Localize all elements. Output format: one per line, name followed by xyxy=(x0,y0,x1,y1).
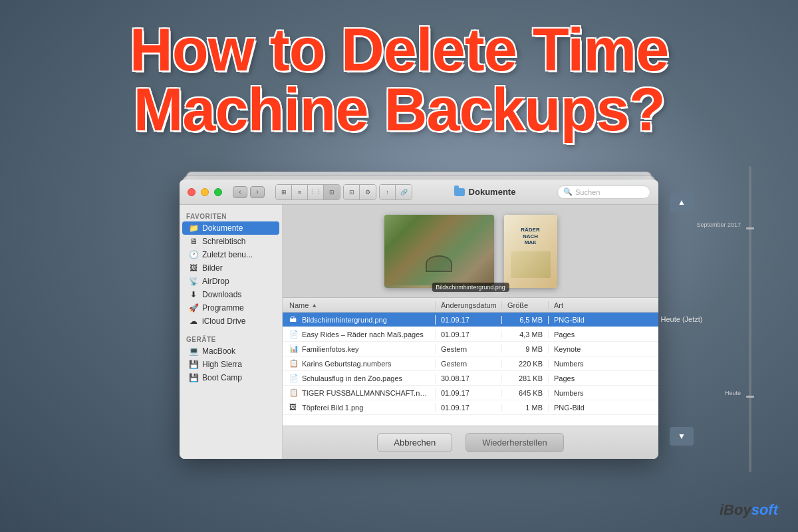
timeline-label-1: September 2017 xyxy=(696,221,741,228)
action-buttons: ⊡ ⚙ xyxy=(343,184,376,200)
sidebar-item-zuletzt[interactable]: 🕐 Zuletzt benu... xyxy=(182,248,279,261)
window-stack: ‹ › ⊞ ≡ ⋮⋮ ⊡ ⊡ ⚙ ↑ xyxy=(180,180,658,459)
timeline-bar xyxy=(749,166,751,472)
action-btn[interactable]: ⚙ xyxy=(360,185,376,200)
sidebar-item-highsierra[interactable]: 💾 High Sierra xyxy=(182,358,279,371)
branding: iBoysoft xyxy=(720,501,778,519)
table-row[interactable]: 🏔 Bildschirmhintergrund.png 01.09.17 6,5… xyxy=(283,313,658,327)
restore-button[interactable]: Wiederherstellen xyxy=(466,433,564,452)
bilder-icon: 🖼 xyxy=(189,263,198,273)
back-button[interactable]: ‹ xyxy=(233,186,247,198)
title-bar: ‹ › ⊞ ≡ ⋮⋮ ⊡ ⊡ ⚙ ↑ xyxy=(180,180,658,205)
forward-button[interactable]: › xyxy=(250,186,265,198)
dokumente-icon: 📁 xyxy=(189,223,198,233)
col-header-size[interactable]: Größe xyxy=(502,301,549,309)
folder-icon xyxy=(454,188,465,196)
table-row[interactable]: 📋 TIGER FUSSBALLMANNSCHAFT.numbers 01.09… xyxy=(283,386,658,400)
table-row[interactable]: 📊 Familienfotos.key Gestern 9 MB Keynote xyxy=(283,342,658,356)
downloads-icon: ⬇ xyxy=(189,290,198,299)
link-btn[interactable]: 🔗 xyxy=(396,185,412,200)
timeline-marker-2 xyxy=(746,396,754,398)
cancel-button[interactable]: Abbrechen xyxy=(377,433,452,452)
file-cell-name: 📄 Schulausflug in den Zoo.pages xyxy=(283,374,436,383)
airdrop-icon: 📡 xyxy=(189,277,198,286)
title-line2: Machine Backups? xyxy=(133,76,664,143)
sidebar-item-airdrop[interactable]: 📡 AirDrop xyxy=(182,275,279,288)
extra-buttons: ↑ 🔗 xyxy=(379,184,412,200)
file-cell-name: 📊 Familienfotos.key xyxy=(283,344,436,354)
schreibtisch-icon: 🖥 xyxy=(189,237,198,246)
brand-soft: soft xyxy=(751,501,778,518)
view-buttons: ⊞ ≡ ⋮⋮ ⊡ xyxy=(275,184,340,200)
table-row[interactable]: 📋 Karins Geburtstag.numbers Gestern 220 … xyxy=(283,356,658,371)
file-icon: 📊 xyxy=(289,344,299,354)
timeline-marker-1 xyxy=(746,227,754,229)
sidebar-item-programme[interactable]: 🚀 Programme xyxy=(182,301,279,315)
file-list: 🏔 Bildschirmhintergrund.png 01.09.17 6,5… xyxy=(283,313,658,426)
brand-boy: Boy xyxy=(724,501,751,518)
sort-icon: ▲ xyxy=(311,302,317,309)
table-row[interactable]: 📄 Easy Rides – Räder nach Maß.pages 01.0… xyxy=(283,327,658,342)
list-view-btn[interactable]: ≡ xyxy=(292,185,308,200)
sidebar-item-icloud[interactable]: ☁ iCloud Drive xyxy=(182,315,279,328)
time-machine-container: ‹ › ⊞ ≡ ⋮⋮ ⊡ ⊡ ⚙ ↑ xyxy=(80,146,758,492)
devices-label: Geräte xyxy=(180,333,282,344)
sidebar-item-bilder[interactable]: 🖼 Bilder xyxy=(182,261,279,275)
preview-landscape xyxy=(384,215,494,288)
title-line1: How to Delete Time xyxy=(130,17,669,83)
sidebar-item-downloads[interactable]: ⬇ Downloads xyxy=(182,288,279,301)
file-cell-name: 📄 Easy Rides – Räder nach Maß.pages xyxy=(283,330,436,339)
content-area: Favoriten 📁 Dokumente 🖥 Schreibtisch 🕐 Z… xyxy=(180,205,658,459)
bootcamp-icon: 💾 xyxy=(189,373,198,382)
file-cell-name: 🖼 Töpferei Bild 1.png xyxy=(283,403,436,412)
tm-up-button[interactable]: ▲ xyxy=(670,193,694,211)
timeline-label-2: Heute xyxy=(725,390,741,396)
file-icon: 🏔 xyxy=(289,315,299,325)
col-header-name[interactable]: Name ▲ xyxy=(283,301,436,309)
main-title: How to Delete Time Machine Backups? xyxy=(40,20,758,140)
file-icon: 📋 xyxy=(289,359,299,368)
sidebar-item-bootcamp[interactable]: 💾 Boot Camp xyxy=(182,371,279,384)
icon-view-btn[interactable]: ⊞ xyxy=(276,185,292,200)
sidebar-item-dokumente[interactable]: 📁 Dokumente xyxy=(182,221,279,235)
tm-down-button[interactable]: ▼ xyxy=(670,427,694,446)
tm-current-label: Heute (Jetzt) xyxy=(661,315,703,323)
magazine-title-text: RÄDERNACHMAß xyxy=(518,224,542,249)
search-icon: 🔍 xyxy=(563,188,573,196)
window-title: Dokumente xyxy=(418,187,552,197)
programme-icon: 🚀 xyxy=(189,303,198,313)
minimize-button[interactable] xyxy=(201,188,209,196)
col-header-date[interactable]: Änderungsdatum xyxy=(436,301,502,309)
sidebar: Favoriten 📁 Dokumente 🖥 Schreibtisch 🕐 Z… xyxy=(180,205,283,459)
maximize-button[interactable] xyxy=(214,188,222,196)
up-btn[interactable]: ↑ xyxy=(380,185,396,200)
finder-window: ‹ › ⊞ ≡ ⋮⋮ ⊡ ⊡ ⚙ ↑ xyxy=(180,180,658,459)
col-header-kind[interactable]: Art xyxy=(549,301,658,309)
preview-magazine: RÄDERNACHMAß xyxy=(504,215,557,288)
file-cell-name: 🏔 Bildschirmhintergrund.png xyxy=(283,315,436,325)
file-icon: 🖼 xyxy=(289,403,299,412)
sidebar-item-schreibtisch[interactable]: 🖥 Schreibtisch xyxy=(182,235,279,248)
cover-flow-btn[interactable]: ⊡ xyxy=(324,185,340,200)
file-cell-name: 📋 TIGER FUSSBALLMANNSCHAFT.numbers xyxy=(283,388,436,398)
table-row[interactable]: 📄 Schulausflug in den Zoo.pages 30.08.17… xyxy=(283,371,658,386)
zuletzt-icon: 🕐 xyxy=(189,250,198,259)
file-cell-name: 📋 Karins Geburtstag.numbers xyxy=(283,359,436,368)
column-view-btn[interactable]: ⋮⋮ xyxy=(308,185,324,200)
favorites-label: Favoriten xyxy=(180,210,282,221)
timeline: September 2017 Heute xyxy=(732,166,751,472)
macbook-icon: 💻 xyxy=(189,346,198,356)
preview-area: RÄDERNACHMAß Bildschirmhintergrund.png xyxy=(283,205,658,298)
highsierra-icon: 💾 xyxy=(189,360,198,369)
column-headers: Name ▲ Änderungsdatum Größe Art xyxy=(283,298,658,313)
table-row[interactable]: 🖼 Töpferei Bild 1.png 01.09.17 1 MB PNG-… xyxy=(283,400,658,415)
share-btn[interactable]: ⊡ xyxy=(344,185,360,200)
close-button[interactable] xyxy=(188,188,196,196)
file-area: RÄDERNACHMAß Bildschirmhintergrund.png N… xyxy=(283,205,658,459)
sidebar-item-macbook[interactable]: 💻 MacBook xyxy=(182,344,279,358)
file-icon: 📄 xyxy=(289,374,299,383)
preview-filename: Bildschirmhintergrund.png xyxy=(432,283,509,292)
search-bar[interactable]: 🔍 Suchen xyxy=(557,186,650,199)
window-bottom-bar: Abbrechen Wiederherstellen xyxy=(283,426,658,459)
file-icon: 📋 xyxy=(289,388,299,398)
